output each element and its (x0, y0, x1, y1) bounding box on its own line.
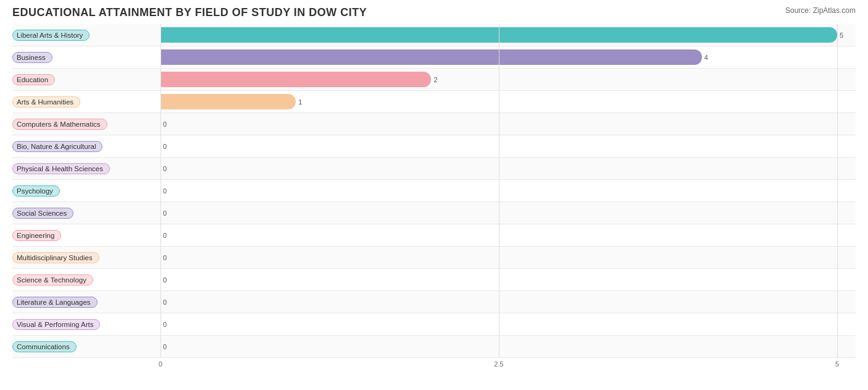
bar-value-label: 0 (163, 321, 167, 328)
bar-label-pill: Psychology (12, 185, 60, 197)
bar-label-pill: Multidisciplinary Studies (12, 252, 99, 263)
bar-row: Visual & Performing Arts0 (12, 313, 856, 336)
chart-header: EDUCATIONAL ATTAINMENT BY FIELD OF STUDY… (12, 6, 856, 19)
bar-row: Bio, Nature & Agricultural0 (12, 135, 856, 158)
bar-fill (161, 72, 431, 87)
chart-container: EDUCATIONAL ATTAINMENT BY FIELD OF STUDY… (0, 0, 868, 390)
bars-section: Liberal Arts & History5Business4Educatio… (12, 24, 856, 358)
bar-label-pill: Engineering (12, 230, 61, 241)
x-axis: 02.55 (161, 358, 837, 360)
x-axis-tick: 0 (159, 360, 162, 368)
bar-value-label: 2 (433, 76, 437, 83)
bar-row: Social Sciences0 (12, 202, 856, 224)
bar-value-label: 0 (163, 232, 167, 239)
chart-source: Source: ZipAtlas.com (785, 6, 856, 15)
bar-value-label: 0 (163, 165, 167, 172)
bar-value-label: 0 (163, 187, 167, 195)
bar-row: Engineering0 (12, 224, 856, 247)
bar-value-label: 0 (163, 143, 167, 150)
bar-value-label: 0 (163, 254, 167, 261)
bar-value-label: 1 (298, 98, 302, 106)
bar-row: Psychology0 (12, 180, 856, 202)
bar-row: Business4 (12, 46, 856, 69)
bar-label-pill: Education (12, 74, 55, 85)
chart-title: EDUCATIONAL ATTAINMENT BY FIELD OF STUDY… (12, 6, 367, 19)
bar-row: Multidisciplinary Studies0 (12, 247, 856, 269)
bar-label-pill: Communications (12, 341, 77, 352)
bar-row: Liberal Arts & History5 (12, 24, 856, 46)
bar-row: Literature & Languages0 (12, 291, 856, 313)
bar-label-pill: Visual & Performing Arts (12, 319, 100, 330)
bar-row: Education2 (12, 69, 856, 91)
bar-value-label: 0 (163, 299, 167, 306)
bar-value-label: 0 (163, 276, 167, 284)
bar-label-pill: Science & Technology (12, 274, 93, 286)
bar-row: Arts & Humanities1 (12, 91, 856, 113)
x-axis-tick: 5 (835, 360, 839, 368)
bar-label-pill: Computers & Mathematics (12, 119, 107, 130)
bar-label-pill: Social Sciences (12, 208, 73, 219)
bar-value-label: 4 (704, 54, 708, 61)
x-axis-tick: 2.5 (494, 360, 503, 368)
bar-value-label: 5 (840, 32, 843, 39)
bar-label-pill: Arts & Humanities (12, 96, 80, 108)
bar-label-pill: Liberal Arts & History (12, 30, 90, 41)
bar-value-label: 0 (163, 343, 167, 350)
bar-label-pill: Bio, Nature & Agricultural (12, 141, 102, 152)
bar-row: Computers & Mathematics0 (12, 113, 856, 135)
chart-area: Liberal Arts & History5Business4Educatio… (12, 24, 856, 352)
bar-row: Communications0 (12, 336, 856, 358)
bar-label-pill: Business (12, 52, 52, 63)
bar-row: Science & Technology0 (12, 269, 856, 291)
bar-fill (161, 49, 702, 65)
bar-fill (161, 94, 296, 109)
bar-row: Physical & Health Sciences0 (12, 158, 856, 180)
bar-label-pill: Physical & Health Sciences (12, 163, 110, 174)
bar-value-label: 0 (163, 210, 167, 217)
bar-label-pill: Literature & Languages (12, 297, 98, 308)
bar-value-label: 0 (163, 121, 167, 128)
